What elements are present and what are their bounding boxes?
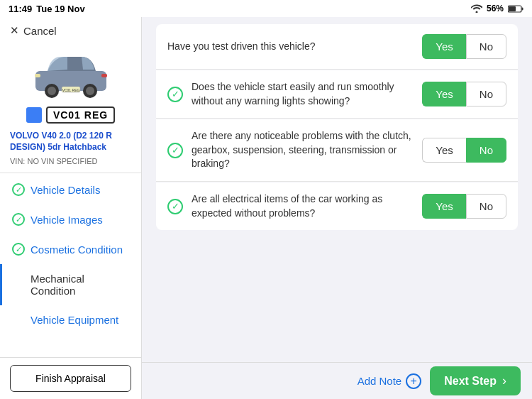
bottom-bar: Add Note + Next Step › <box>142 362 532 399</box>
status-bar: 11:49 Tue 19 Nov 56% <box>0 0 532 17</box>
btn-yes-4[interactable]: Yes <box>422 194 465 219</box>
btn-no-1[interactable]: No <box>466 34 506 59</box>
add-note-plus-icon: + <box>406 373 421 389</box>
sidebar-label-vehicle-images: Vehicle Images <box>31 214 103 226</box>
question-card-1: Have you test driven this vehicle? Yes N… <box>156 24 518 70</box>
sidebar-item-cosmetic-condition[interactable]: ✓ Cosmetic Condition <box>0 234 141 264</box>
battery-icon <box>508 5 523 13</box>
add-note-button[interactable]: Add Note + <box>358 373 422 389</box>
cancel-button[interactable]: ✕ Cancel <box>0 17 141 44</box>
finish-appraisal-button[interactable]: Finish Appraisal <box>10 365 131 392</box>
vehicle-image: VC01 REG <box>32 50 110 99</box>
sidebar-item-mechanical-condition[interactable]: Mechanical Condition <box>0 264 141 305</box>
check-icon-cosmetic-condition: ✓ <box>12 243 25 256</box>
reg-plate-value: VC01 REG <box>46 106 115 124</box>
btn-no-4[interactable]: No <box>466 194 506 219</box>
question-card-2: ✓ Does the vehicle start easily and run … <box>156 70 518 119</box>
check-icon-q4: ✓ <box>167 199 183 214</box>
cancel-label: Cancel <box>23 25 57 37</box>
svg-text:VC01 REG: VC01 REG <box>62 88 79 92</box>
check-icon-q3: ✓ <box>167 143 183 158</box>
btn-yes-1[interactable]: Yes <box>422 34 465 59</box>
check-icon-vehicle-details: ✓ <box>12 183 25 196</box>
btn-no-2[interactable]: No <box>466 82 506 106</box>
reg-plate-color <box>26 107 42 123</box>
chevron-right-icon: › <box>502 373 506 388</box>
question-text-4: Are all electrical items of the car work… <box>192 192 414 220</box>
cancel-x-icon: ✕ <box>10 24 19 37</box>
sidebar-item-vehicle-equipment[interactable]: Vehicle Equipment <box>0 305 141 334</box>
btn-yes-3[interactable]: Yes <box>422 138 465 163</box>
sidebar: ✕ Cancel <box>0 17 142 399</box>
check-icon-q2: ✓ <box>167 87 183 102</box>
vehicle-name: VOLVO V40 2.0 (D2 120 R DESIGN) 5dr Hatc… <box>0 128 141 155</box>
svg-point-7 <box>86 87 94 95</box>
sidebar-item-vehicle-images[interactable]: ✓ Vehicle Images <box>0 204 141 234</box>
reg-plate-row: VC01 REG <box>16 106 125 124</box>
date: Tue 19 Nov <box>36 4 84 14</box>
add-note-label: Add Note <box>358 375 402 387</box>
svg-rect-2 <box>509 6 516 11</box>
vehicle-vin: VIN: NO VIN SPECIFIED <box>0 155 141 171</box>
btn-yes-2[interactable]: Yes <box>422 82 465 106</box>
sidebar-footer: Finish Appraisal <box>0 357 141 399</box>
btn-no-3[interactable]: No <box>466 138 506 163</box>
btn-group-1: Yes No <box>422 34 506 59</box>
status-bar-left: 11:49 Tue 19 Nov <box>9 4 85 14</box>
question-text-1: Have you test driven this vehicle? <box>167 40 414 54</box>
question-card-4: ✓ Are all electrical items of the car wo… <box>156 182 518 230</box>
svg-rect-9 <box>101 74 107 77</box>
sidebar-label-mechanical-condition: Mechanical Condition <box>31 273 131 297</box>
sidebar-label-vehicle-details: Vehicle Details <box>31 184 100 196</box>
question-text-3: Are there any noticeable problems with t… <box>192 129 414 171</box>
question-text-2: Does the vehicle start easily and run sm… <box>192 80 414 108</box>
next-step-button[interactable]: Next Step › <box>430 366 521 395</box>
sidebar-item-vehicle-details[interactable]: ✓ Vehicle Details <box>0 175 141 204</box>
svg-rect-1 <box>522 7 523 10</box>
vehicle-image-container: VC01 REG <box>0 44 141 102</box>
status-bar-right: 56% <box>471 4 523 13</box>
sidebar-label-vehicle-equipment: Vehicle Equipment <box>31 314 118 326</box>
svg-point-5 <box>48 87 56 95</box>
sidebar-label-cosmetic-condition: Cosmetic Condition <box>31 244 123 256</box>
svg-rect-8 <box>35 74 40 77</box>
sidebar-nav: ✓ Vehicle Details ✓ Vehicle Images ✓ Cos… <box>0 175 141 357</box>
content-area: Have you test driven this vehicle? Yes N… <box>142 17 532 399</box>
questions-container: Have you test driven this vehicle? Yes N… <box>142 17 532 362</box>
check-icon-vehicle-images: ✓ <box>12 213 25 226</box>
btn-group-4: Yes No <box>422 194 506 219</box>
btn-group-2: Yes No <box>422 82 506 106</box>
question-card-3: ✓ Are there any noticeable problems with… <box>156 119 518 182</box>
next-step-label: Next Step <box>444 375 497 388</box>
time: 11:49 <box>9 4 32 14</box>
wifi-icon <box>471 4 482 13</box>
btn-group-3: Yes No <box>422 138 506 163</box>
battery: 56% <box>487 4 504 13</box>
